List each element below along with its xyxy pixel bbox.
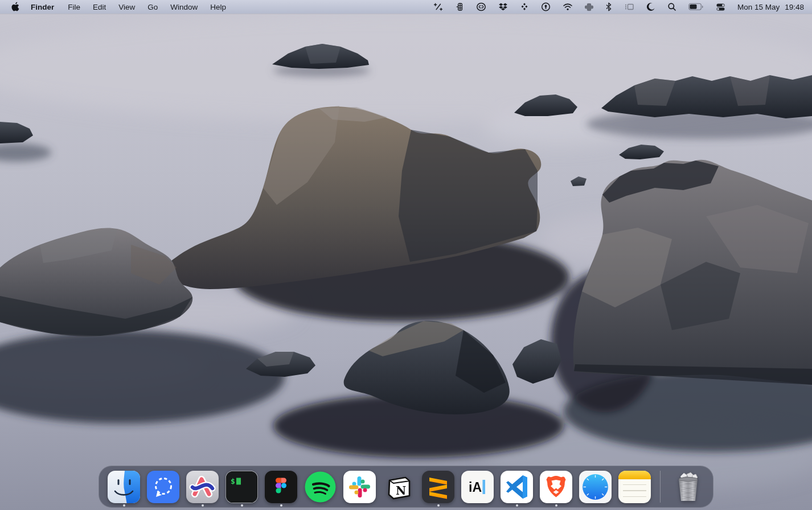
signal-icon	[147, 471, 179, 503]
notes-icon	[618, 471, 651, 503]
brave-icon	[540, 471, 572, 503]
setapp-icon[interactable]	[514, 0, 535, 14]
notes-yellow-band	[618, 471, 651, 479]
menu-go[interactable]: Go	[141, 0, 164, 14]
sublime-text-icon	[422, 471, 454, 503]
clock-date: Mon 15 May	[737, 3, 780, 11]
notion-n-glyph: N	[396, 484, 406, 497]
terminal-icon: $	[225, 471, 258, 503]
spotify-icon	[304, 471, 337, 503]
dock-item-sublime[interactable]	[419, 466, 458, 508]
dock-item-spotify[interactable]	[301, 466, 340, 508]
dock-item-finder[interactable]	[104, 466, 143, 508]
menu-help[interactable]: Help	[204, 0, 232, 14]
one-password-keyhole-icon[interactable]	[535, 0, 557, 14]
dock: $	[99, 466, 713, 508]
wifi-icon[interactable]	[557, 0, 579, 14]
battery-icon[interactable]	[683, 0, 710, 14]
menu-app-name[interactable]: Finder	[30, 0, 61, 14]
dock-item-notes[interactable]	[615, 466, 654, 508]
sparkle-wand-icon[interactable]	[428, 0, 449, 14]
a-logo-app-icon	[186, 471, 219, 503]
dock-item-safari[interactable]	[576, 466, 615, 508]
apple-menu[interactable]	[0, 0, 30, 14]
running-indicator	[241, 504, 243, 507]
dock-item-brave[interactable]	[536, 466, 576, 508]
dock-item-slack[interactable]	[340, 466, 379, 508]
menu-bar-clock[interactable]: Mon 15 May 19:48	[732, 3, 804, 11]
spotlight-search-icon[interactable]	[662, 0, 683, 14]
control-center-icon[interactable]	[710, 0, 732, 14]
dock-item-signal[interactable]	[143, 466, 183, 508]
safari-icon	[579, 471, 612, 503]
dock-item-notion[interactable]: N	[379, 466, 419, 508]
slack-icon	[343, 471, 376, 503]
running-indicator	[202, 504, 204, 507]
dropbox-icon[interactable]	[493, 0, 514, 14]
menu-bar-left: Finder File Edit View Go Window Help	[0, 0, 232, 14]
wallpaper-art	[0, 0, 812, 510]
running-indicator	[437, 504, 440, 507]
running-indicator	[555, 504, 557, 507]
menu-bar: Finder File Edit View Go Window Help	[0, 0, 812, 14]
gray-plus-icon[interactable]	[579, 0, 600, 14]
dock-divider	[660, 471, 661, 503]
dock-item-a-logo-app[interactable]	[183, 466, 222, 508]
terminal-prompt-glyph: $	[231, 477, 235, 486]
desktop-wallpaper	[0, 0, 812, 510]
finder-icon	[108, 471, 140, 503]
figma-icon	[265, 471, 297, 503]
adobe-creative-cloud-icon[interactable]	[470, 0, 493, 14]
bluetooth-icon[interactable]	[600, 0, 618, 14]
stage-manager-icon[interactable]	[618, 0, 641, 14]
vscode-icon	[501, 471, 533, 503]
menu-bar-status: Mon 15 May 19:48	[428, 0, 812, 14]
dock-item-vscode[interactable]	[497, 466, 536, 508]
clipboard-grid-icon[interactable]	[449, 0, 470, 14]
dock-item-trash[interactable]	[669, 466, 708, 508]
clock-time: 19:48	[785, 3, 804, 11]
ia-glyph: iA	[469, 480, 482, 495]
focus-moon-icon[interactable]	[641, 0, 662, 14]
dock-item-figma[interactable]	[261, 466, 301, 508]
dock-item-terminal[interactable]: $	[222, 466, 261, 508]
running-indicator	[123, 504, 125, 507]
dock-item-ia-writer[interactable]: iA	[458, 466, 497, 508]
ia-writer-icon: iA	[461, 471, 494, 503]
apple-logo-icon	[11, 2, 19, 12]
trash-full-icon	[672, 471, 704, 503]
menu-window[interactable]: Window	[164, 0, 204, 14]
running-indicator	[516, 504, 518, 507]
menu-edit[interactable]: Edit	[87, 0, 112, 14]
menu-file[interactable]: File	[61, 0, 87, 14]
running-indicator	[280, 504, 282, 507]
menu-view[interactable]: View	[112, 0, 141, 14]
notion-icon: N	[383, 471, 415, 503]
